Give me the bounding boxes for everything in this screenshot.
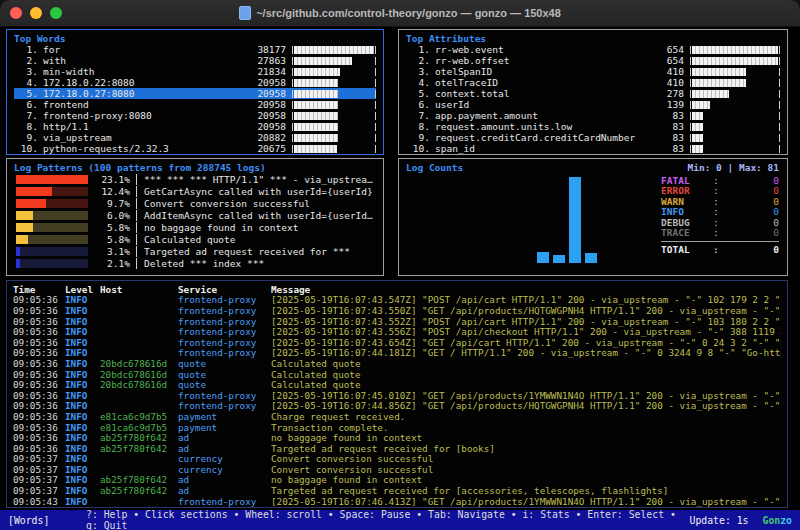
log-host: ab25f780f642 [100,474,173,485]
panel-top-words[interactable]: Top Words 1.for381772.with278633.min-wid… [6,29,384,155]
top-list-item[interactable]: 3.otelSpanID410 [406,66,780,77]
item-rank: 2. [406,55,430,66]
log-row[interactable]: 09:05:36INFO20bdc678616dquoteCalculated … [13,379,781,390]
log-row[interactable]: 09:05:36INFO20bdc678616dquoteCalculated … [13,358,781,369]
log-message: [2025-05-19T16:07:43.550Z] "GET /api/pro… [271,305,781,316]
log-pattern-item[interactable]: 2.1%Deleted *** index *** [14,257,376,269]
log-pattern-item[interactable]: 12.4%GetCartAsync called with userId={us… [14,185,376,197]
item-label: app.payment.amount [435,110,640,121]
panel-log-counts[interactable]: Log Counts Min: 0 | Max: 81 FATAL:0ERROR… [398,158,788,276]
top-list-item[interactable]: 5.172.18.0.27:808020958 [14,88,376,99]
top-list-item[interactable]: 2.rr-web.offset654 [406,55,780,66]
log-row[interactable]: 09:05:36INFOfrontend-proxy[2025-05-19T16… [13,401,781,412]
log-row[interactable]: 09:05:36INFOe81ca6c9d7b5paymentCharge re… [13,411,781,422]
level-stat-value: 0 [723,227,779,238]
log-row[interactable]: 09:05:36INFO20bdc678616dquoteCalculated … [13,369,781,380]
log-row[interactable]: 09:05:36INFOfrontend-proxy[2025-05-19T16… [13,390,781,401]
item-bar [690,79,780,87]
top-list-item[interactable]: 1.for38177 [14,44,376,55]
pattern-message: AddItemAsync called with userId={userId}… [136,210,376,221]
minimize-button[interactable] [30,7,42,19]
header-level: Level [65,284,95,295]
top-list-item[interactable]: 9.via_upstream20882 [14,132,376,143]
log-pattern-item[interactable]: 3.1%Targeted ad request received for *** [14,245,376,257]
item-count: 654 [640,44,684,55]
top-list-item[interactable]: 9.request.creditCard.creditCardNumber83 [406,132,780,143]
titlebar: ~/src/github.com/control-theory/gonzo — … [0,0,800,27]
log-row[interactable]: 09:05:36INFOfrontend-proxy[2025-05-19T16… [13,348,781,359]
log-host: e81ca6c9d7b5 [100,422,173,433]
log-service: frontend-proxy [178,496,266,507]
total-value: 0 [723,244,779,255]
level-stat-row: INFO:0 [661,207,779,218]
log-row[interactable]: 09:05:36INFOab25f780f642adTargeted ad re… [13,443,781,454]
panel-top-attributes[interactable]: Top Attributes 1.rr-web.event6542.rr-web… [398,29,788,155]
panel-log-patterns[interactable]: Log Patterns (100 patterns from 288745 l… [6,158,384,276]
top-list-item[interactable]: 4.otelTraceID410 [406,77,780,88]
log-time: 09:05:37 [13,464,60,475]
item-bar [292,79,376,87]
item-bar [690,57,780,65]
log-level: INFO [65,390,95,401]
pattern-message: Targeted ad request received for *** [136,246,376,257]
item-label: request.creditCard.creditCardNumber [435,132,640,143]
item-count: 21834 [242,66,286,77]
item-rank: 1. [14,44,38,55]
log-pattern-item[interactable]: 23.1%*** *** *** HTTP/1.1" *** - via_ups… [14,173,376,185]
close-button[interactable] [10,7,22,19]
log-service: payment [178,422,266,433]
item-count: 410 [640,77,684,88]
item-rank: 2. [14,55,38,66]
log-pattern-item[interactable]: 5.8%Calculated quote [14,233,376,245]
log-host: e81ca6c9d7b5 [100,411,173,422]
item-bar [690,101,780,109]
log-service: quote [178,358,266,369]
log-message: [2025-05-19T16:07:43.552Z] "POST /api/ca… [271,316,781,327]
log-row[interactable]: 09:05:43INFOfrontend-proxy[2025-05-19T16… [13,496,781,507]
log-message: [2025-05-19T16:07:43.654Z] "GET /api/car… [271,337,781,348]
log-pattern-item[interactable]: 9.7%Convert conversion successful [14,197,376,209]
top-list-item[interactable]: 7.app.payment.amount83 [406,110,780,121]
pattern-bar [16,199,88,208]
histogram-bar [569,177,581,263]
log-row[interactable]: 09:05:36INFOfrontend-proxy[2025-05-19T16… [13,316,781,327]
log-service: frontend-proxy [178,337,266,348]
log-row[interactable]: 09:05:36INFOfrontend-proxy[2025-05-19T16… [13,305,781,316]
log-row[interactable]: 09:05:36INFOfrontend-proxy[2025-05-19T16… [13,295,781,306]
maximize-button[interactable] [50,7,62,19]
log-row[interactable]: 09:05:36INFOe81ca6c9d7b5paymentTransacti… [13,422,781,433]
top-list-item[interactable]: 3.min-width21834 [14,66,376,77]
log-row[interactable]: 09:05:36INFOab25f780f642adno baggage fou… [13,432,781,443]
top-list-item[interactable]: 2.with27863 [14,55,376,66]
log-level: INFO [65,432,95,443]
log-level: INFO [65,443,95,454]
top-words-title: Top Words [14,33,376,44]
log-row[interactable]: 09:05:37INFOab25f780f642adno baggage fou… [13,475,781,486]
top-list-item[interactable]: 7.frontend-proxy:808020958 [14,110,376,121]
log-time: 09:05:37 [13,453,60,464]
log-message: Convert conversion successful [271,464,781,475]
log-message: Charge request received. [271,411,781,422]
top-list-item[interactable]: 5.context.total278 [406,88,780,99]
log-row[interactable]: 09:05:37INFOcurrencyConvert conversion s… [13,454,781,465]
log-row[interactable]: 09:05:37INFOab25f780f642adTargeted ad re… [13,485,781,496]
top-list-item[interactable]: 10.span_id83 [406,143,780,154]
log-pattern-item[interactable]: 6.0%AddItemAsync called with userId={use… [14,209,376,221]
log-host: 20bdc678616d [100,379,173,390]
item-rank: 10. [406,143,430,154]
top-list-item[interactable]: 8.request.amount.units.low83 [406,121,780,132]
top-list-item[interactable]: 8.http/1.120958 [14,121,376,132]
top-list-item[interactable]: 1.rr-web.event654 [406,44,780,55]
top-words-list: 1.for381772.with278633.min-width218344.1… [14,44,376,154]
log-row[interactable]: 09:05:36INFOfrontend-proxy[2025-05-19T16… [13,337,781,348]
log-pattern-item[interactable]: 5.8%no baggage found in context [14,221,376,233]
top-list-item[interactable]: 10.python-requests/2.32.320675 [14,143,376,154]
top-list-item[interactable]: 4.172.18.0.22:808020958 [14,77,376,88]
top-list-item[interactable]: 6.frontend20958 [14,99,376,110]
pattern-percent: 9.7% [88,198,130,209]
log-row[interactable]: 09:05:36INFOfrontend-proxy[2025-05-19T16… [13,326,781,337]
pattern-bar [16,211,88,220]
log-row[interactable]: 09:05:37INFOcurrencyConvert conversion s… [13,464,781,475]
panel-logs[interactable]: Time Level Host Service Message 09:05:36… [6,280,788,508]
top-list-item[interactable]: 6.userId139 [406,99,780,110]
